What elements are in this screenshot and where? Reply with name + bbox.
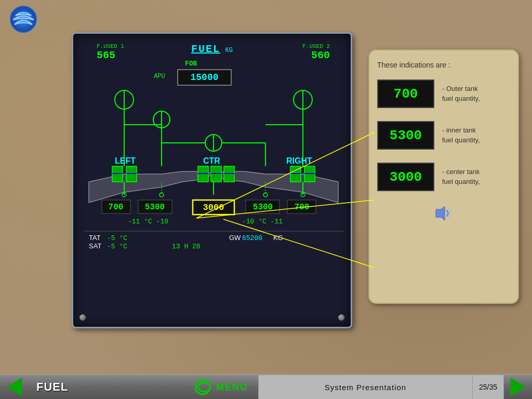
svg-text:700: 700 <box>295 203 310 212</box>
fuel-display-panel: FUEL KG F.USED 1 565 F.USED 2 560 FOB 15… <box>72 32 352 328</box>
info-panel: These indications are : 700 - Outer tank… <box>368 49 519 304</box>
indicator-row-inner: 5300 - inner tankfuel quantity, <box>377 121 510 150</box>
svg-text:KG: KG <box>273 234 283 242</box>
svg-text:TAT: TAT <box>89 234 101 242</box>
fused-left-label: F.USED 1 565 <box>97 43 124 61</box>
sound-icon[interactable] <box>377 204 510 224</box>
arrow-right-icon <box>511 378 525 396</box>
indicator-label-center: - center tankfuel quantity, <box>442 167 480 186</box>
svg-text:-5 °C: -5 °C <box>107 243 127 249</box>
svg-text:13 H 28: 13 H 28 <box>172 243 201 249</box>
svg-text:-11 °C  -10: -11 °C -10 <box>128 218 168 225</box>
svg-text:3000: 3000 <box>203 203 224 212</box>
menu-icon <box>193 378 212 396</box>
svg-text:RIGHT: RIGHT <box>286 156 312 165</box>
panel-unit: KG <box>225 47 233 54</box>
svg-text:5300: 5300 <box>145 203 165 212</box>
nav-menu-label[interactable]: MENU <box>216 382 248 393</box>
indicator-label-inner: - inner tankfuel quantity, <box>442 126 480 144</box>
svg-text:5300: 5300 <box>253 203 273 212</box>
indicator-display-center: 3000 <box>377 163 434 191</box>
panel-title: FUEL <box>191 43 220 55</box>
indicator-display-outer: 700 <box>377 79 434 108</box>
nav-bar: FUEL MENU System Presentation 25/35 <box>0 374 532 399</box>
svg-text:65200: 65200 <box>242 234 262 242</box>
fused-right-label: F.USED 2 560 <box>302 43 330 61</box>
indicator-display-inner: 5300 <box>377 121 434 150</box>
nav-title: System Presentation <box>325 383 406 392</box>
nav-prev-button[interactable] <box>0 375 29 399</box>
indicator-row-center: 3000 - center tankfuel quantity, <box>377 163 510 191</box>
svg-text:700: 700 <box>109 203 124 212</box>
svg-text:SAT: SAT <box>89 242 101 249</box>
indicator-label-outer: - Outer tankfuel quantity, <box>442 84 480 103</box>
svg-text:GW: GW <box>229 234 241 242</box>
svg-text:LEFT: LEFT <box>115 156 136 165</box>
arrow-left-icon <box>7 378 22 396</box>
indicator-row-outer: 700 - Outer tankfuel quantity, <box>377 79 510 108</box>
fused-right-value: 560 <box>302 49 330 61</box>
svg-text:CTR: CTR <box>203 156 220 165</box>
screw-bottom-right <box>338 314 344 321</box>
svg-text:-10 °C  -11: -10 °C -11 <box>242 218 283 225</box>
fuel-system-diagram: LEFT CTR RIGHT 700 5300 3000 5300 700 -1… <box>78 62 349 249</box>
fused-left-value: 565 <box>97 49 124 61</box>
svg-text:-5 °C: -5 °C <box>107 234 127 242</box>
nav-page-area: 25/35 <box>472 375 503 399</box>
nav-menu-area[interactable]: MENU <box>183 378 258 396</box>
panel-title-area: FUEL KG <box>191 43 233 55</box>
company-logo <box>5 5 47 36</box>
svg-marker-64 <box>436 206 445 220</box>
screw-bottom-left <box>79 314 86 321</box>
nav-next-button[interactable] <box>503 375 532 399</box>
nav-fuel-label: FUEL <box>29 380 76 394</box>
nav-page: 25/35 <box>479 383 497 391</box>
info-panel-title: These indications are : <box>377 61 510 69</box>
nav-title-area: System Presentation <box>258 375 472 399</box>
